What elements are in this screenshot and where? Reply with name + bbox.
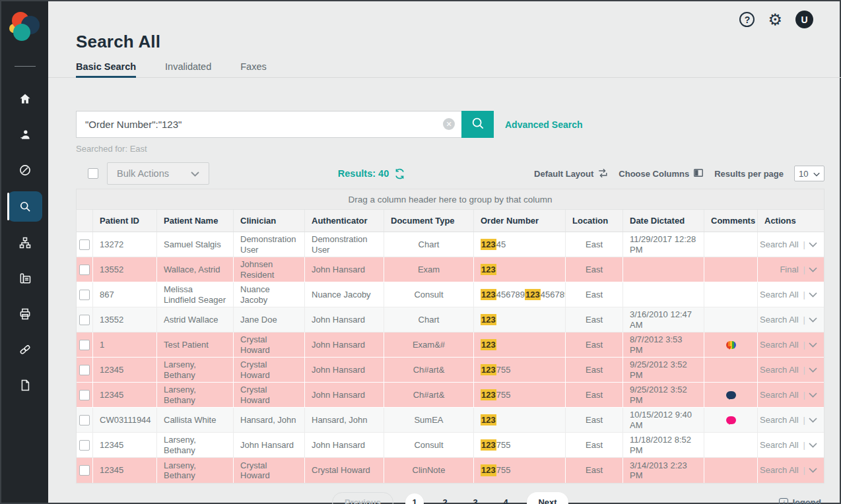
row-checkbox[interactable] [79,415,90,425]
row-actions-chevron-icon[interactable] [809,468,817,473]
tab-basic-search[interactable]: Basic Search [76,61,136,78]
row-checkbox[interactable] [79,465,90,476]
page-button-1[interactable]: 1 [405,493,424,504]
row-action-link[interactable]: Final [780,265,798,274]
sidebar-item-documents[interactable] [1,367,48,403]
user-avatar[interactable]: U [795,11,813,28]
tab-invalidated[interactable]: Invalidated [165,61,211,78]
row-actions-chevron-icon[interactable] [809,367,817,373]
results-count: Results: 40 [338,168,389,179]
cell-clinician: Crystal Howard [234,383,305,407]
row-action-link[interactable]: Search All [760,239,799,249]
column-header-comments[interactable]: Comments [704,210,758,232]
row-checkbox[interactable] [79,390,90,400]
row-actions-chevron-icon[interactable] [809,292,817,298]
cell-document-type: Consult [384,433,474,457]
search-button[interactable] [461,111,494,138]
row-action-link[interactable]: Search All [760,390,799,400]
sidebar-item-search[interactable] [1,188,48,225]
cell-date-dictated [623,282,704,307]
cell-comments [704,307,758,332]
sidebar-item-dashboard[interactable] [1,152,48,188]
row-actions-chevron-icon[interactable] [809,342,817,348]
row-action-link[interactable]: Search All [760,315,799,325]
row-action-link[interactable]: Search All [760,340,799,350]
rainbow-comment-bubble-icon[interactable] [726,341,736,349]
row-actions-chevron-icon[interactable] [809,418,817,423]
next-page-button[interactable]: Next [527,492,568,504]
column-header-document-type[interactable]: Document Type [384,210,474,232]
cell-actions: Search All | [758,433,824,457]
advanced-search-link[interactable]: Advanced Search [505,119,583,130]
sidebar [1,1,48,503]
page-button-4[interactable]: 4 [496,497,515,504]
row-actions-chevron-icon[interactable] [809,317,817,323]
row-action-link[interactable]: Search All [760,465,799,475]
results-per-page-select[interactable]: 10 [794,166,824,181]
column-header-location[interactable]: Location [566,210,623,232]
group-by-drop-zone[interactable]: Drag a column header here to group by th… [76,189,824,209]
tab-faxes[interactable]: Faxes [240,61,267,78]
row-checkbox[interactable] [79,239,90,250]
row-action-link[interactable]: Search All [760,365,799,375]
row-checkbox[interactable] [79,440,90,451]
column-header-clinician[interactable]: Clinician [234,210,305,232]
row-checkbox[interactable] [79,290,90,300]
column-header-authenticator[interactable]: Authenticator [305,210,384,232]
row-action-link[interactable]: Search All [760,440,799,450]
cell-clinician: Demonstration User [234,232,305,257]
row-actions-chevron-icon[interactable] [809,242,817,247]
select-all-checkbox[interactable] [88,168,98,179]
sidebar-item-network[interactable] [1,225,48,261]
clear-search-icon[interactable]: ✕ [443,118,455,130]
sidebar-item-links[interactable] [1,332,48,367]
column-header-patient-name[interactable]: Patient Name [157,210,234,232]
sidebar-item-fax[interactable] [1,261,48,296]
sidebar-item-home[interactable] [1,81,48,117]
row-action-link[interactable]: Search All [760,415,799,425]
cell-patient-id: 13552 [93,257,157,282]
sidebar-item-print[interactable] [1,296,48,332]
previous-page-button[interactable]: Previous [332,492,393,504]
cell-date-dictated: 8/7/2012 3:53 PM [623,332,704,357]
settings-gear-icon[interactable]: ⚙ [768,12,782,28]
sidebar-item-patients[interactable] [1,117,48,152]
cell-location: East [566,408,623,432]
cell-authenticator: John Hansard [305,433,384,457]
search-input[interactable] [76,111,461,138]
cell-patient-id: 1 [93,332,157,357]
cell-order-number: 123456789123456789 [474,282,566,307]
legend-button[interactable]: i legend [779,497,821,504]
page-button-2[interactable]: 2 [436,497,454,504]
default-layout-button[interactable]: Default Layout [534,168,608,180]
cell-clinician: Crystal Howard [234,358,305,382]
refresh-icon[interactable] [394,168,405,179]
pink-comment-bubble-icon[interactable] [726,416,736,424]
legend-label: legend [792,497,821,504]
column-header-date-dictated[interactable]: Date Dictated [623,210,704,232]
printer-icon [18,307,32,321]
column-header-patient-id[interactable]: Patient ID [93,210,157,232]
row-checkbox[interactable] [79,340,90,350]
page-button-3[interactable]: 3 [466,497,485,504]
column-header-order-number[interactable]: Order Number [474,210,566,232]
row-checkbox[interactable] [79,365,90,375]
help-icon[interactable]: ? [739,12,755,27]
row-actions-chevron-icon[interactable] [809,443,817,448]
cell-location: East [566,332,623,357]
row-actions-chevron-icon[interactable] [809,393,817,398]
cell-clinician: Jane Doe [234,307,305,332]
table-row: 12345 Larseny, Bethany Crystal Howard Jo… [77,383,824,408]
cell-patient-id: 13552 [93,307,157,332]
action-separator: | [803,315,805,325]
row-action-link[interactable]: Search All [760,290,799,299]
cell-date-dictated: 9/25/2012 3:52 PM [623,358,704,382]
row-checkbox[interactable] [79,315,90,325]
navy-comment-bubble-icon[interactable] [726,391,736,399]
bulk-actions-select[interactable]: Bulk Actions [107,162,209,185]
cell-actions: Search All | [758,307,824,332]
row-checkbox[interactable] [79,265,90,275]
table-row: 12345 Larseny, Bethany John Hansard John… [77,433,824,458]
row-actions-chevron-icon[interactable] [809,267,817,272]
choose-columns-button[interactable]: Choose Columns [619,168,704,180]
